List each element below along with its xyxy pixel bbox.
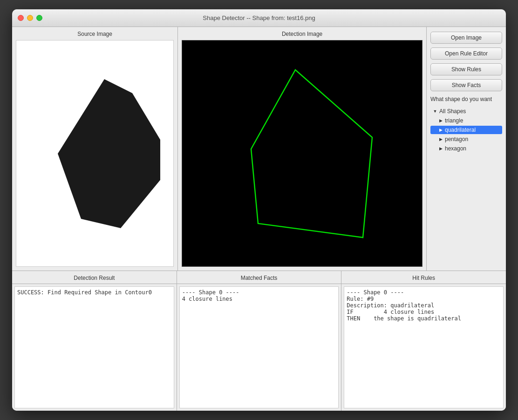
detection-image-area [182,40,423,267]
tree-item-hexagon[interactable]: hexagon [430,144,502,153]
main-content: Source Image Detection Image [12,27,506,411]
open-rule-editor-button[interactable]: Open Rule Editor [430,47,502,60]
right-panel: Open Image Open Rule Editor Show Rules S… [427,27,506,271]
tree-item-triangle[interactable]: triangle [430,116,502,125]
maximize-button[interactable] [36,15,42,21]
tree-item-pentagon-label: pentagon [445,136,468,142]
matched-facts-label: Matched Facts [177,271,341,284]
traffic-lights [18,15,42,21]
show-rules-button[interactable]: Show Rules [430,63,502,75]
tree-item-pentagon[interactable]: pentagon [430,135,502,143]
source-image-area [16,40,174,267]
detection-result-label: Detection Result [12,271,177,284]
tree-arrow-quadrilateral [438,127,443,133]
shape-selector-label: What shape do you want [430,95,502,103]
matched-facts-panel: Matched Facts ---- Shape 0 ---- 4 closur… [177,271,342,411]
open-image-button[interactable]: Open Image [430,32,502,44]
minimize-button[interactable] [27,15,33,21]
shape-tree: All Shapes triangle quadrilateral pentag… [430,107,502,153]
show-facts-button[interactable]: Show Facts [430,79,502,91]
source-label: Source Image [12,27,177,40]
svg-rect-1 [214,65,391,242]
tree-item-triangle-label: triangle [445,117,463,124]
svg-marker-0 [58,79,160,228]
tree-arrow-all-shapes [432,108,438,114]
hit-rules-content: ---- Shape 0 ---- Rule: #9 Description: … [344,286,504,408]
tree-item-quadrilateral[interactable]: quadrilateral [430,126,502,134]
top-section: Source Image Detection Image [12,27,506,271]
app-window: Shape Detector -- Shape from: test16.png… [12,9,506,411]
tree-item-quadrilateral-label: quadrilateral [445,127,476,133]
detection-panel: Detection Image [178,27,427,271]
detection-label: Detection Image [178,27,426,40]
tree-item-hexagon-label: hexagon [445,145,466,152]
hit-rules-panel: Hit Rules ---- Shape 0 ---- Rule: #9 Des… [341,271,506,411]
window-title: Shape Detector -- Shape from: test16.png [203,14,315,21]
tree-item-all-shapes[interactable]: All Shapes [430,107,502,115]
source-shape-svg [30,70,160,237]
tree-item-all-shapes-label: All Shapes [439,108,466,115]
tree-arrow-pentagon [438,136,443,142]
detection-result-panel: Detection Result SUCCESS: Find Required … [12,271,177,411]
bottom-section: Detection Result SUCCESS: Find Required … [12,271,506,411]
detection-shape-svg [214,65,391,242]
tree-arrow-hexagon [438,146,443,151]
tree-arrow-triangle [438,118,443,123]
title-bar: Shape Detector -- Shape from: test16.png [12,9,506,27]
hit-rules-label: Hit Rules [341,271,506,284]
close-button[interactable] [18,15,24,21]
matched-facts-content: ---- Shape 0 ---- 4 closure lines [179,286,339,408]
source-panel: Source Image [12,27,178,271]
detection-result-content: SUCCESS: Find Required Shape in Contour0 [14,286,174,408]
